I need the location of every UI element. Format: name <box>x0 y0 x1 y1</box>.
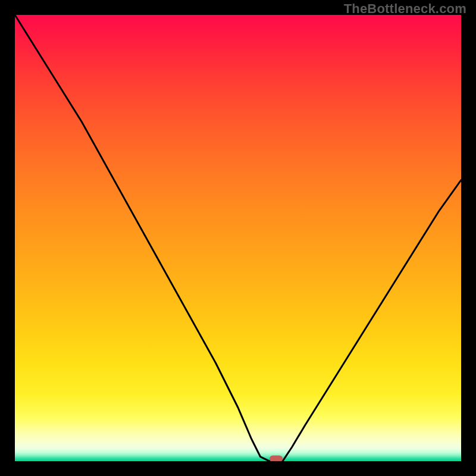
bottleneck-curve <box>15 15 461 461</box>
plot-area <box>15 15 461 461</box>
chart-frame: TheBottleneck.com <box>0 0 476 476</box>
optimal-marker <box>270 456 283 462</box>
watermark-text: TheBottleneck.com <box>344 1 466 17</box>
